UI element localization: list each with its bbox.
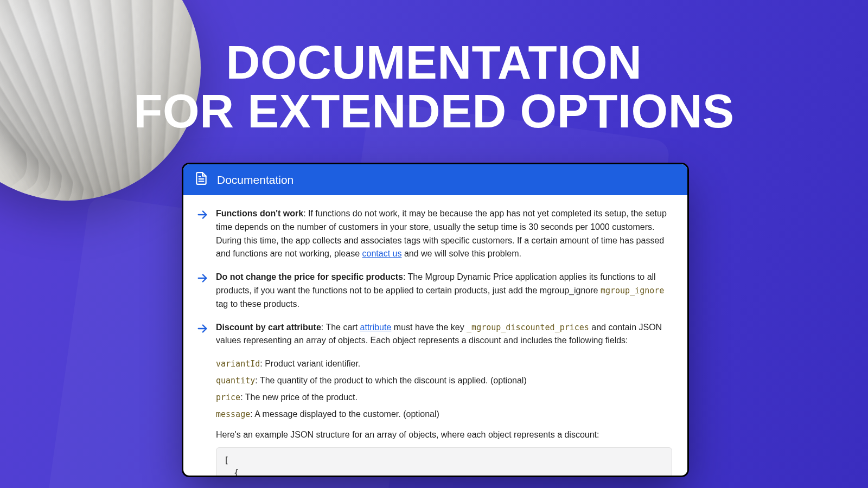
hero-title: DOCUMENTATION FOR EXTENDED OPTIONS bbox=[0, 38, 868, 135]
code-block: [ { "variantId": 11111111111111, "quanti… bbox=[216, 447, 672, 477]
panel-body: Functions don't work: If functions do no… bbox=[183, 195, 687, 477]
note-text: must have the key bbox=[391, 323, 467, 332]
documentation-panel: Documentation Functions don't work: If f… bbox=[182, 163, 689, 477]
field-name: message bbox=[216, 409, 250, 419]
inline-code: _mgroup_discounted_prices bbox=[467, 323, 589, 332]
arrow-right-icon bbox=[196, 209, 208, 261]
field-item: message: A message displayed to the cust… bbox=[216, 408, 674, 421]
hero-line-2: FOR EXTENDED OPTIONS bbox=[0, 87, 868, 136]
contact-us-link[interactable]: contact us bbox=[362, 249, 402, 258]
arrow-right-icon bbox=[196, 272, 208, 311]
field-item: quantity: The quantity of the product to… bbox=[216, 374, 674, 388]
note-bold: Functions don't work bbox=[216, 209, 303, 218]
field-list: variantId: Product variant identifier. q… bbox=[216, 357, 674, 421]
note-text: tag to these products. bbox=[216, 299, 299, 309]
note-bold: Do not change the price for specific pro… bbox=[216, 272, 403, 281]
field-item: price: The new price of the product. bbox=[216, 391, 674, 404]
note-text: : The cart bbox=[321, 323, 360, 332]
doc-note-text: Functions don't work: If functions do no… bbox=[216, 207, 674, 261]
attribute-link[interactable]: attribute bbox=[360, 323, 392, 332]
field-desc: : The quantity of the product to which t… bbox=[255, 376, 526, 385]
doc-note-text: Discount by cart attribute: The cart att… bbox=[216, 321, 674, 348]
arrow-right-icon bbox=[196, 323, 208, 348]
note-bold: Discount by cart attribute bbox=[216, 323, 321, 332]
doc-note: Discount by cart attribute: The cart att… bbox=[196, 321, 674, 348]
hero-line-1: DOCUMENTATION bbox=[0, 38, 868, 87]
panel-header: Documentation bbox=[183, 164, 687, 195]
document-icon bbox=[194, 171, 208, 188]
note-text: and we will solve this problem. bbox=[401, 249, 521, 258]
field-name: variantId bbox=[216, 359, 260, 369]
doc-note: Functions don't work: If functions do no… bbox=[196, 207, 674, 261]
field-desc: : The new price of the product. bbox=[240, 393, 358, 402]
example-intro: Here's an example JSON structure for an … bbox=[216, 428, 674, 442]
field-desc: : Product variant identifier. bbox=[260, 359, 360, 368]
field-name: quantity bbox=[216, 376, 255, 386]
field-name: price bbox=[216, 393, 240, 402]
panel-header-title: Documentation bbox=[217, 174, 293, 187]
inline-code: mgroup_ignore bbox=[601, 286, 664, 296]
field-item: variantId: Product variant identifier. bbox=[216, 357, 674, 371]
field-desc: : A message displayed to the customer. (… bbox=[250, 409, 439, 419]
doc-note-text: Do not change the price for specific pro… bbox=[216, 271, 674, 311]
doc-note: Do not change the price for specific pro… bbox=[196, 271, 674, 311]
